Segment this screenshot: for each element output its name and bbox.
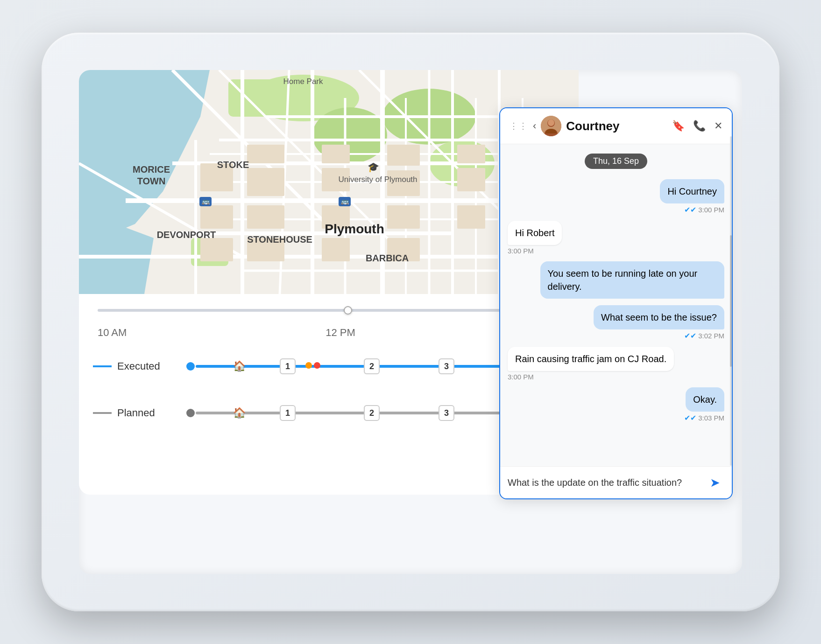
- svg-text:DEVONPORT: DEVONPORT: [157, 230, 216, 240]
- executed-label: Executed: [117, 360, 160, 372]
- message-4-time: ✔✔ 3:02 PM: [684, 331, 724, 340]
- stop-badge-2-executed: 2: [364, 358, 380, 374]
- svg-text:Home Park: Home Park: [283, 77, 323, 86]
- executed-legend: Executed: [93, 360, 186, 372]
- svg-text:MORICE: MORICE: [133, 164, 170, 175]
- avatar: [541, 116, 561, 136]
- scrollbar-thumb: [730, 235, 732, 367]
- message-6-wrapper: Okay. ✔✔ 3:03 PM: [508, 387, 724, 422]
- message-6-text: Okay.: [693, 394, 717, 405]
- svg-rect-49: [387, 205, 420, 229]
- stop-badge-2-planned: 2: [364, 405, 380, 421]
- message-5-text: Rain causing traffic jam on CJ Road.: [515, 354, 666, 364]
- send-icon: ➤: [710, 476, 720, 490]
- timeline-slider[interactable]: [93, 303, 565, 317]
- message-2: Hi Robert: [508, 221, 562, 245]
- time-labels: 10 AM 12 PM 2: [93, 327, 565, 339]
- message-1-wrapper: Hi Courtney ✔✔ 3:00 PM: [508, 179, 724, 214]
- svg-rect-47: [247, 205, 284, 229]
- svg-text:BARBICA: BARBICA: [366, 253, 409, 263]
- time-label-12pm: 12 PM: [326, 327, 355, 339]
- message-2-wrapper: Hi Robert 3:00 PM: [508, 221, 724, 255]
- stop-badge-1-planned: 1: [280, 405, 296, 421]
- svg-text:Plymouth: Plymouth: [325, 222, 384, 236]
- executed-line-icon: [93, 365, 112, 367]
- svg-point-75: [548, 119, 554, 126]
- drag-handle-icon: ⋮⋮: [510, 121, 528, 131]
- send-button[interactable]: ➤: [706, 473, 724, 492]
- message-1-time: ✔✔ 3:00 PM: [684, 205, 724, 214]
- executed-row: Executed 🏠 1 2 3: [93, 350, 565, 383]
- read-receipt-4: ✔✔: [684, 331, 696, 340]
- svg-text:TOWN: TOWN: [137, 176, 166, 186]
- message-5-time: 3:00 PM: [508, 373, 534, 381]
- planned-label: Planned: [117, 407, 155, 419]
- svg-rect-37: [247, 145, 284, 163]
- message-4-wrapper: What seem to be the issue? ✔✔ 3:02 PM: [508, 305, 724, 340]
- stop-badge-1-executed: 1: [280, 358, 296, 374]
- close-button[interactable]: ✕: [714, 120, 722, 132]
- message-1-text: Hi Courtney: [667, 186, 717, 196]
- svg-rect-53: [200, 205, 233, 229]
- svg-text:🚌: 🚌: [341, 197, 349, 205]
- chat-header: ⋮⋮ ‹ Courtney 🔖 📞 ✕: [500, 108, 732, 144]
- svg-text:🚌: 🚌: [202, 197, 210, 205]
- planned-home-icon: 🏠: [233, 407, 246, 419]
- message-3: You seem to be running late on your deli…: [540, 261, 724, 299]
- planned-legend: Planned: [93, 407, 186, 419]
- planned-row: Planned 🏠 1 2 3: [93, 397, 565, 429]
- message-3-text: You seem to be running late on your deli…: [548, 268, 698, 292]
- executed-start-dot: [186, 362, 195, 371]
- message-2-time: 3:00 PM: [508, 247, 534, 255]
- svg-rect-38: [247, 168, 284, 196]
- message-2-text: Hi Robert: [515, 228, 554, 238]
- svg-text:🎓: 🎓: [368, 161, 379, 173]
- svg-rect-39: [322, 145, 350, 163]
- message-3-wrapper: You seem to be running late on your deli…: [508, 261, 724, 299]
- planned-line-icon: [93, 412, 112, 414]
- svg-rect-54: [200, 238, 233, 261]
- message-6: Okay.: [686, 387, 724, 412]
- back-button[interactable]: ‹: [533, 120, 536, 132]
- message-1: Hi Courtney: [660, 179, 724, 203]
- message-4-text: What seem to be the issue?: [601, 312, 717, 322]
- chat-messages: Thu, 16 Sep Hi Courtney ✔✔ 3:00 PM Hi Ro…: [500, 144, 732, 466]
- svg-text:STONEHOUSE: STONEHOUSE: [247, 234, 312, 245]
- stop-badge-3-executed: 3: [439, 358, 454, 374]
- svg-text:University of Plymouth: University of Plymouth: [338, 175, 417, 184]
- read-receipt-6: ✔✔: [684, 413, 696, 422]
- bookmark-icon[interactable]: 🔖: [672, 120, 685, 132]
- svg-rect-50: [457, 205, 485, 229]
- tablet-frame: MORICE TOWN STOKE DEVONPORT STONEHOUSE B…: [42, 33, 779, 611]
- svg-rect-56: [322, 238, 350, 261]
- message-5-wrapper: Rain causing traffic jam on CJ Road. 3:0…: [508, 347, 724, 381]
- slider-track: [98, 309, 560, 312]
- dot-cluster: [305, 362, 320, 369]
- phone-icon[interactable]: 📞: [693, 120, 706, 132]
- chat-input-area: ➤: [500, 466, 732, 498]
- time-label-10am: 10 AM: [98, 327, 127, 339]
- date-badge: Thu, 16 Sep: [585, 154, 647, 169]
- message-5: Rain causing traffic jam on CJ Road.: [508, 347, 674, 371]
- scrollbar[interactable]: [730, 136, 732, 466]
- slider-thumb[interactable]: [344, 306, 352, 315]
- svg-text:STOKE: STOKE: [217, 160, 249, 170]
- svg-rect-44: [457, 168, 485, 191]
- svg-rect-41: [387, 145, 420, 166]
- tablet-screen: MORICE TOWN STOKE DEVONPORT STONEHOUSE B…: [79, 70, 742, 574]
- read-receipt-1: ✔✔: [684, 205, 696, 214]
- chat-contact-name: Courtney: [566, 119, 664, 133]
- chat-panel: ⋮⋮ ‹ Courtney 🔖 📞 ✕: [499, 107, 733, 499]
- stop-badge-3-planned: 3: [439, 405, 454, 421]
- svg-rect-43: [457, 145, 485, 163]
- executed-home-icon: 🏠: [233, 360, 246, 372]
- dot-red: [314, 362, 320, 369]
- chat-input[interactable]: [508, 477, 700, 488]
- dot-orange: [305, 362, 312, 369]
- message-6-time: ✔✔ 3:03 PM: [684, 413, 724, 422]
- message-4: What seem to be the issue?: [594, 305, 724, 329]
- planned-start-dot: [186, 409, 195, 417]
